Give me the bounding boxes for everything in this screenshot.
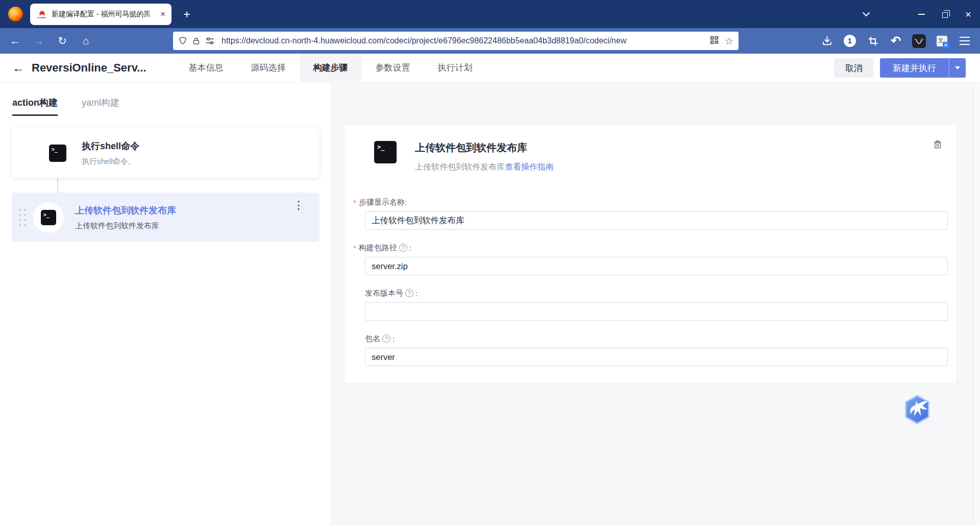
- firefox-logo-icon[interactable]: [8, 7, 23, 21]
- create-and-run-button[interactable]: 新建并执行: [880, 58, 949, 78]
- downloads-icon[interactable]: [820, 34, 834, 48]
- panel-header: >_ 上传软件包到软件发布库 上传软件包到软件发布库查看操作指南: [374, 141, 956, 173]
- step-desc: 上传软件包到软件发布库: [75, 221, 176, 231]
- qr-code-icon[interactable]: [710, 36, 719, 46]
- help-icon[interactable]: ?: [405, 289, 413, 297]
- step-connector-line: [57, 178, 58, 193]
- step-title: 执行shell命令: [82, 140, 139, 152]
- tab-parameters[interactable]: 参数设置: [362, 54, 424, 83]
- shield-icon[interactable]: [178, 36, 187, 46]
- create-and-run-group: 新建并执行: [880, 58, 966, 78]
- step-icon-circle: >_: [33, 202, 64, 233]
- terminal-icon: >_: [41, 210, 56, 225]
- terminal-icon: >_: [49, 145, 66, 162]
- tab-basic-info[interactable]: 基本信息: [175, 54, 237, 83]
- helper-bird-badge-icon[interactable]: [901, 394, 933, 425]
- step-config-pane: >_ 上传软件包到软件发布库 上传软件包到软件发布库查看操作指南: [332, 83, 980, 525]
- field-package-path: * 构建包路径 ? :: [345, 243, 956, 275]
- caret-down-icon: [955, 66, 960, 69]
- field-step-name: * 步骤显示名称:: [345, 197, 956, 230]
- tab-build-steps[interactable]: 构建步骤: [300, 54, 362, 83]
- subtab-action-build[interactable]: action构建: [12, 97, 58, 116]
- bookmark-star-icon[interactable]: ☆: [725, 36, 733, 46]
- cancel-button[interactable]: 取消: [834, 58, 874, 78]
- forward-button: →: [31, 33, 47, 49]
- refresh-button[interactable]: ↻: [54, 33, 70, 49]
- panel-title: 上传软件包到软件发布库: [415, 141, 554, 154]
- tab-list-chevron-icon[interactable]: [854, 4, 878, 25]
- window-controls: ×: [854, 0, 980, 28]
- url-bar[interactable]: https://devcloud.cn-north-4.huaweicloud.…: [173, 32, 739, 50]
- scrollbar[interactable]: [973, 83, 980, 525]
- help-icon[interactable]: ?: [399, 244, 407, 252]
- field-release-version: 发布版本号 ? :: [345, 288, 956, 321]
- tab-close-icon[interactable]: ×: [159, 9, 166, 19]
- field-label: 包名 ? :: [365, 333, 956, 344]
- restore-button[interactable]: [933, 4, 957, 25]
- step-card-upload-release[interactable]: >_ 上传软件包到软件发布库 上传软件包到软件发布库 ⋮: [12, 193, 320, 242]
- step-config-panel: >_ 上传软件包到软件发布库 上传软件包到软件发布库查看操作指南: [344, 124, 957, 384]
- browser-tab[interactable]: HUAWEI 新建编译配置 - 福州司马懿的黑 ×: [30, 4, 172, 25]
- create-and-run-dropdown[interactable]: [949, 58, 966, 78]
- required-asterisk: *: [353, 198, 356, 207]
- new-tab-button[interactable]: +: [178, 6, 195, 23]
- view-guide-link[interactable]: 查看操作指南: [505, 162, 554, 171]
- browser-window: HUAWEI 新建编译配置 - 福州司马懿的黑 × + × ← → ↻ ⌂: [0, 0, 980, 526]
- package-name-input[interactable]: [365, 348, 948, 366]
- build-mode-subtabs: action构建 yaml构建: [0, 83, 331, 116]
- undo-arrow-icon[interactable]: ↶: [889, 34, 903, 48]
- page-title: ReversiOnline_Serv...: [32, 61, 146, 75]
- package-path-input[interactable]: [365, 257, 948, 275]
- translate-extension-icon[interactable]: 文 A: [935, 34, 949, 48]
- step-list: >_ 执行shell命令 执行shell命令。 >_: [0, 116, 331, 242]
- huawei-favicon-icon: HUAWEI: [37, 9, 47, 19]
- field-package-name: 包名 ? :: [345, 333, 956, 366]
- screenshot-crop-icon[interactable]: [866, 34, 880, 48]
- page-back-arrow[interactable]: ←: [12, 61, 28, 75]
- page-header: ← ReversiOnline_Serv... 基本信息 源码选择 构建步骤 参…: [0, 54, 980, 83]
- drag-handle-icon[interactable]: [19, 209, 26, 226]
- kebab-menu-icon[interactable]: ⋮: [293, 200, 304, 211]
- panel-description: 上传软件包到软件发布库: [415, 162, 505, 171]
- browser-toolbar: ← → ↻ ⌂ https:/: [0, 28, 980, 54]
- help-icon[interactable]: ?: [382, 334, 390, 343]
- step-title: 上传软件包到软件发布库: [75, 204, 176, 217]
- build-steps-pane: action构建 yaml构建 >_ 执行shell命令 执行shell命令。: [0, 83, 332, 525]
- tab-source-select[interactable]: 源码选择: [237, 54, 300, 83]
- header-tabs: 基本信息 源码选择 构建步骤 参数设置 执行计划: [175, 54, 486, 83]
- step-name-input[interactable]: [365, 211, 948, 230]
- devcloud-page: ← ReversiOnline_Serv... 基本信息 源码选择 构建步骤 参…: [0, 54, 980, 526]
- home-button[interactable]: ⌂: [78, 33, 94, 49]
- minimize-button[interactable]: [910, 4, 933, 25]
- subtab-yaml-build[interactable]: yaml构建: [82, 97, 119, 116]
- lock-icon[interactable]: [192, 36, 201, 46]
- field-label: * 步骤显示名称:: [353, 197, 956, 207]
- tab-schedule[interactable]: 执行计划: [424, 54, 486, 83]
- permissions-sliders-icon[interactable]: [205, 37, 215, 45]
- step-config-form: * 步骤显示名称: * 构建包路径 ? :: [345, 197, 956, 366]
- release-version-input[interactable]: [365, 302, 948, 321]
- menu-hamburger-icon[interactable]: [958, 34, 972, 48]
- extension-onetab-icon[interactable]: 1: [843, 34, 857, 48]
- terminal-icon: >_: [374, 141, 397, 163]
- tab-title: 新建编译配置 - 福州司马懿的黑: [52, 10, 159, 19]
- extension-chart-icon[interactable]: [912, 34, 926, 48]
- field-label: 发布版本号 ? :: [365, 288, 956, 298]
- browser-titlebar: HUAWEI 新建编译配置 - 福州司马懿的黑 × + ×: [0, 0, 980, 28]
- field-label: * 构建包路径 ? :: [353, 243, 956, 253]
- huawei-brand-text: HUAWEI: [37, 17, 46, 19]
- delete-step-trash-icon[interactable]: [932, 138, 944, 150]
- back-button[interactable]: ←: [7, 33, 23, 49]
- required-asterisk: *: [353, 244, 356, 252]
- close-window-button[interactable]: ×: [957, 4, 980, 25]
- url-text[interactable]: https://devcloud.cn-north-4.huaweicloud.…: [222, 36, 706, 45]
- step-desc: 执行shell命令。: [82, 157, 139, 166]
- step-card-shell[interactable]: >_ 执行shell命令 执行shell命令。: [12, 128, 320, 178]
